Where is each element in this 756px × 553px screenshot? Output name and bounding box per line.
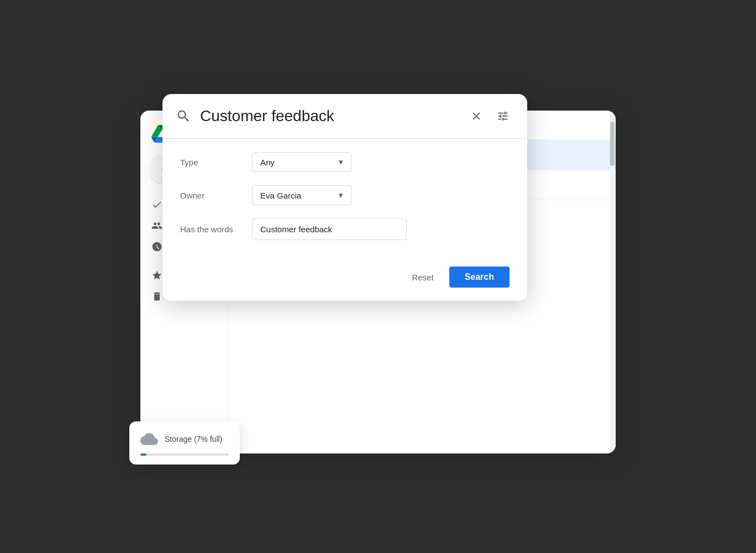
- chevron-down-icon: ▾: [339, 157, 343, 167]
- reset-button[interactable]: Reset: [403, 267, 442, 288]
- search-icon: [176, 108, 191, 124]
- words-label: Has the words: [180, 225, 252, 234]
- words-filter-row: Has the words: [180, 218, 510, 240]
- chevron-down-icon-owner: ▾: [339, 190, 343, 200]
- search-header: Customer feedback: [162, 94, 527, 139]
- search-title: Customer feedback: [200, 107, 456, 125]
- owner-select[interactable]: Eva Garcia ▾: [252, 185, 351, 205]
- people-icon: [151, 220, 162, 231]
- search-body: Type Any ▾ Owner Eva Garcia ▾ Has the wo…: [162, 139, 527, 267]
- trash-icon: [151, 291, 162, 302]
- filter-icon: [497, 110, 509, 122]
- storage-header: Storage (7% full): [140, 430, 229, 448]
- close-icon: [470, 110, 482, 122]
- owner-label: Owner: [180, 191, 252, 200]
- search-overlay: Customer feedback Type Any: [162, 94, 527, 301]
- scrollbar-thumb: [610, 122, 615, 166]
- close-button[interactable]: [465, 105, 487, 127]
- recent-icon: [151, 241, 162, 252]
- type-filter-row: Type Any ▾: [180, 152, 510, 172]
- type-label: Type: [180, 158, 252, 167]
- type-select[interactable]: Any ▾: [252, 152, 351, 172]
- storage-bar-bg: [140, 453, 229, 456]
- star-icon: [151, 270, 162, 281]
- scene: Drive New: [107, 77, 649, 476]
- search-footer: Reset Search: [162, 267, 527, 301]
- storage-bar-fill: [140, 453, 146, 456]
- check-icon: [151, 199, 162, 210]
- owner-value: Eva Garcia: [260, 191, 301, 200]
- search-header-actions: [465, 105, 514, 127]
- search-button[interactable]: Search: [449, 267, 510, 288]
- owner-filter-row: Owner Eva Garcia ▾: [180, 185, 510, 205]
- cloud-icon: [140, 430, 158, 448]
- words-input[interactable]: [252, 218, 407, 240]
- filter-button[interactable]: [492, 105, 514, 127]
- type-value: Any: [260, 158, 275, 167]
- storage-text: Storage (7% full): [165, 435, 222, 444]
- scrollbar[interactable]: [610, 111, 615, 453]
- storage-card: Storage (7% full): [129, 421, 240, 465]
